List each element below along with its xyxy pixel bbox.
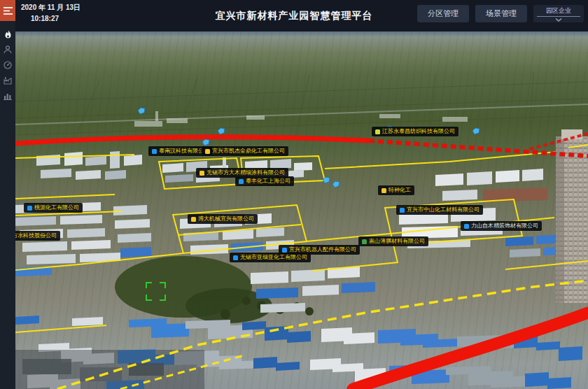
company-label-text: 桃源化工有限公司 [34,205,79,211]
person-icon [4,45,12,54]
company-label[interactable]: 惠山薄膜材料有限公司 [358,236,428,246]
park-enterprise-dropdown-label: 园区企业 [537,6,580,17]
hamburger-icon [4,7,13,15]
factory-icon [4,76,12,85]
sidebar-item-gauge[interactable] [0,57,15,73]
company-label-text: 博大机械宜兴有限公司 [198,216,254,222]
company-marker-icon [375,129,380,134]
company-label-text: 宜兴市中山化工材料有限公司 [407,207,479,213]
company-label[interactable]: 桃源化工有限公司 [24,203,83,213]
company-label-text: 宜兴市机器人配件有限公司 [289,247,356,253]
sidebar-item-fire[interactable] [0,27,15,42]
app-root: 2020 年 11 月 13日 10:18:27 宜兴市新材料产业园智慧管理平台… [0,0,588,389]
company-label-text: 宜兴市四方水科技股份公司 [15,233,57,239]
company-label-text: 惠山薄膜材料有限公司 [369,239,425,244]
company-marker-icon [239,179,244,184]
date-display: 2020 年 11 月 13日 [21,3,80,12]
company-marker-icon [191,217,196,222]
company-label-text: 特种化工 [388,188,411,193]
park-enterprise-dropdown[interactable]: 园区企业 [533,5,584,22]
company-marker-icon [233,255,238,260]
page-title: 宜兴市新材料产业园智慧管理平台 [216,10,373,22]
company-label[interactable]: 宜兴市四方水科技股份公司 [15,231,60,241]
company-marker-icon [400,208,405,213]
top-bar: 2020 年 11 月 13日 10:18:27 宜兴市新材料产业园智慧管理平台… [0,0,588,31]
company-label[interactable]: 宜兴市凯杰金鼎化工有限公司 [202,146,288,156]
datetime-display: 2020 年 11 月 13日 10:18:27 [21,3,80,23]
company-marker-icon [464,224,469,229]
chevron-down-icon [555,18,562,22]
company-marker-icon [152,149,157,154]
company-label-text: 宜兴市凯杰金鼎化工有限公司 [212,148,285,154]
company-label[interactable]: 江苏永泰昌纺织科技有限公司 [372,127,458,136]
left-sidebar [0,0,15,389]
company-label[interactable]: 特种化工 [378,185,414,195]
company-label-text: 无锡市亚细亚化工有限公司 [240,255,307,260]
flame-icon [4,30,12,39]
map-3d-view[interactable]: 泰南汉科技有限公司宜兴市凯杰金鼎化工有限公司无锡市方大木精细涂料有限公司泰丰化工… [15,31,588,389]
company-label[interactable]: 博大机械宜兴有限公司 [188,214,258,224]
company-labels-layer: 泰南汉科技有限公司宜兴市凯杰金鼎化工有限公司无锡市方大木精细涂料有限公司泰丰化工… [15,31,588,389]
header-actions: 分区管理 场景管理 园区企业 [417,5,584,22]
company-label-text: 江苏永泰昌纺织科技有限公司 [382,129,455,134]
company-label[interactable]: 无锡市亚细亚化工有限公司 [230,253,311,262]
company-marker-icon [200,171,204,176]
company-label-text: 泰丰化工上海公司 [246,178,290,184]
zone-management-button[interactable]: 分区管理 [417,5,469,22]
company-label-text: 力山自木精装饰材有限公司 [471,223,538,229]
company-marker-icon [205,149,210,154]
menu-button[interactable] [0,0,15,21]
company-label[interactable]: 力山自木精装饰材有限公司 [461,221,542,231]
company-marker-icon [27,206,32,211]
company-marker-icon [362,239,367,244]
bar-chart-icon [4,92,12,100]
sidebar-item-factory[interactable] [0,73,15,88]
company-label[interactable]: 宜兴市中山化工材料有限公司 [396,205,483,215]
scene-management-button[interactable]: 场景管理 [475,5,527,22]
time-display: 10:18:27 [21,15,80,23]
sidebar-item-personnel[interactable] [0,42,15,57]
company-label[interactable]: 泰丰化工上海公司 [235,176,294,186]
company-label-text: 无锡市方大木精细涂料有限公司 [206,170,285,176]
company-marker-icon [282,248,287,253]
sidebar-item-statistics[interactable] [0,88,15,104]
gauge-icon [4,61,12,69]
company-marker-icon [382,188,386,193]
